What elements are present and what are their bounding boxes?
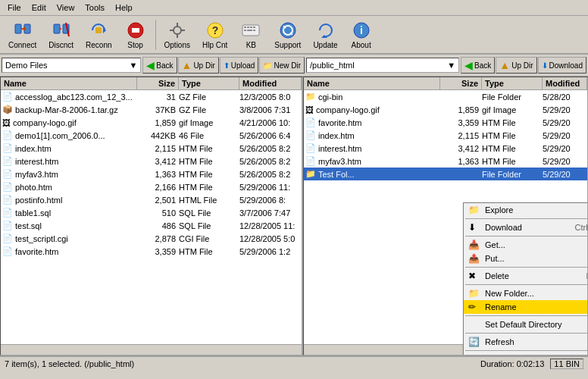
- menu-view[interactable]: View: [52, 2, 80, 14]
- left-file-row[interactable]: 📄 index.htm 2,115 HTM File 5/26/2005 8:2: [1, 142, 302, 155]
- left-file-header: Name Size Type Modified: [1, 77, 302, 90]
- toolbar-about[interactable]: i About: [345, 17, 378, 52]
- right-download-btn[interactable]: ⬇ Download: [538, 57, 586, 74]
- menu-edit[interactable]: Edit: [27, 2, 51, 14]
- right-header-type[interactable]: Type: [482, 77, 543, 89]
- right-file-name-5: 📄 myfav3.htm: [305, 156, 440, 166]
- left-file-size-6: 1,363: [137, 170, 179, 179]
- svg-rect-22: [250, 27, 252, 28]
- left-file-type-11: CGI File: [179, 234, 239, 243]
- left-file-row[interactable]: 📄 table1.sql 510 SQL File 3/7/2006 7:47: [1, 206, 302, 219]
- update-icon: [315, 20, 336, 41]
- left-newdir-icon: 📁: [263, 61, 272, 70]
- statusbar: 7 item(s), 1 selected. (/public_html) Du…: [0, 356, 588, 371]
- toolbar-stop[interactable]: Stop: [119, 17, 152, 52]
- right-file-row[interactable]: 🖼 company-logo.gif 1,859 gif Image 5/29/…: [304, 103, 587, 116]
- left-file-size-8: 2,501: [137, 196, 179, 205]
- ctx-item-rename[interactable]: ✏ Rename F2: [464, 300, 588, 314]
- ctx-item-explore[interactable]: 📁 Explore: [464, 203, 588, 217]
- toolbar-support[interactable]: Support: [269, 17, 306, 52]
- left-file-row[interactable]: 📄 accesslog_abc123.com_12_3... 31 GZ Fil…: [1, 90, 302, 103]
- left-file-icon-10: 📄: [2, 221, 13, 230]
- left-file-name-4: 📄 index.htm: [2, 143, 137, 153]
- right-file-modified-4: 5/29/20: [543, 144, 586, 153]
- menu-tools[interactable]: Tools: [80, 2, 109, 14]
- right-file-size-2: 3,359: [440, 118, 482, 127]
- left-newdir-btn[interactable]: 📁 New Dir: [259, 57, 305, 74]
- ctx-item-put[interactable]: 📤 Put...: [464, 252, 588, 265]
- left-back-btn[interactable]: ◀ Back: [142, 57, 177, 74]
- right-updir-icon: ▲: [499, 59, 510, 71]
- toolbar-reconnect[interactable]: Reconn: [80, 17, 117, 52]
- right-file-row[interactable]: 📁 cgi-bin File Folder 5/28/20: [304, 90, 587, 103]
- left-updir-btn[interactable]: ▲ Up Dir: [178, 57, 219, 74]
- left-file-type-8: HTML File: [179, 196, 239, 205]
- svg-text:i: i: [360, 24, 363, 36]
- toolbar-connect[interactable]: Connect: [3, 17, 42, 52]
- left-file-row[interactable]: 📄 test.sql 486 SQL File 12/28/2005 11:: [1, 219, 302, 232]
- left-file-modified-12: 5/29/2006 1:2: [239, 247, 300, 256]
- ctx-item-properties[interactable]: 🔧 Properties / CHMOD... Alt+Enter: [464, 352, 588, 356]
- toolbar-disconnect[interactable]: Discnct: [43, 17, 79, 52]
- left-address-combo[interactable]: Demo Files ▼: [2, 58, 141, 73]
- left-file-size-7: 2,166: [137, 183, 179, 192]
- right-back-btn[interactable]: ◀ Back: [461, 57, 495, 74]
- right-header-modified[interactable]: Modified: [543, 77, 587, 89]
- left-file-modified-7: 5/29/2006 11:: [239, 183, 300, 192]
- left-address-dropdown-icon: ▼: [129, 61, 137, 70]
- toolbar-kb[interactable]: KB: [234, 17, 267, 52]
- toolbar-update[interactable]: Update: [308, 17, 342, 52]
- left-file-row[interactable]: 📄 favorite.htm 3,359 HTM File 5/29/2006 …: [1, 245, 302, 258]
- left-file-row[interactable]: 📄 demo1[1].com_2006.0... 442KB 46 File 5…: [1, 129, 302, 142]
- left-file-row[interactable]: 📄 test_scriptl.cgi 2,878 CGI File 12/28/…: [1, 232, 302, 245]
- ctx-item-newfolder[interactable]: 📁 New Folder...: [464, 287, 588, 300]
- left-header-modified[interactable]: Modified: [239, 77, 302, 89]
- left-file-row[interactable]: 📄 postinfo.html 2,501 HTML File 5/29/200…: [1, 193, 302, 206]
- ctx-label-explore: Explore: [485, 205, 513, 215]
- svg-point-12: [174, 27, 181, 34]
- left-file-row[interactable]: 📦 backup-Mar-8-2006-1.tar.gz 37KB GZ Fil…: [1, 103, 302, 116]
- toolbar-hlpcnt[interactable]: ? Hlp Cnt: [197, 17, 233, 52]
- right-updir-btn[interactable]: ▲ Up Dir: [496, 57, 536, 74]
- left-file-row[interactable]: 📄 myfav3.htm 1,363 HTM File 5/26/2005 8:…: [1, 168, 302, 180]
- left-file-row[interactable]: 🖼 company-logo.gif 1,859 gif Image 4/21/…: [1, 116, 302, 129]
- left-header-name[interactable]: Name: [1, 77, 137, 89]
- left-file-row[interactable]: 📄 interest.htm 3,412 HTM File 5/26/2005 …: [1, 155, 302, 168]
- right-file-row[interactable]: 📄 favorite.htm 3,359 HTM File 5/29/20: [304, 116, 587, 129]
- left-file-row[interactable]: 📄 photo.htm 2,166 HTM File 5/29/2006 11:: [1, 180, 302, 193]
- svg-rect-23: [253, 27, 255, 28]
- ctx-item-refresh[interactable]: 🔄 Refresh F5: [464, 335, 588, 349]
- right-header-name[interactable]: Name: [304, 77, 440, 89]
- left-header-type[interactable]: Type: [179, 77, 239, 89]
- ctx-item-setdefault[interactable]: Set Default Directory: [464, 318, 588, 331]
- menu-file[interactable]: File: [3, 2, 26, 14]
- left-updir-icon: ▲: [182, 59, 192, 71]
- menubar: File Edit View Tools Help: [0, 0, 588, 16]
- left-file-name-5: 📄 interest.htm: [2, 156, 137, 166]
- right-file-row[interactable]: 📄 index.htm 2,115 HTM File 5/29/20: [304, 129, 587, 142]
- right-file-type-2: HTM File: [482, 118, 543, 127]
- menu-help[interactable]: Help: [111, 2, 137, 14]
- right-header-size[interactable]: Size: [440, 77, 482, 89]
- ctx-label-download: Download: [485, 223, 522, 232]
- ctx-item-get[interactable]: 📥 Get...: [464, 238, 588, 252]
- left-header-size[interactable]: Size: [137, 77, 179, 89]
- toolbar-options[interactable]: Options: [159, 17, 195, 52]
- right-file-row[interactable]: 📄 myfav3.htm 1,363 HTM File 5/29/20: [304, 155, 587, 168]
- options-label: Options: [164, 41, 190, 49]
- left-file-size-4: 2,115: [137, 144, 179, 153]
- svg-rect-0: [15, 24, 21, 33]
- left-file-icon-3: 📄: [2, 130, 13, 140]
- right-back-label: Back: [474, 61, 491, 70]
- right-file-modified-6: 5/29/20: [543, 170, 586, 179]
- left-scrollbar[interactable]: [1, 344, 302, 355]
- left-file-modified-11: 12/28/2005 5:0: [239, 234, 300, 243]
- right-file-row[interactable]: 📄 interest.htm 3,412 HTM File 5/29/20: [304, 142, 587, 155]
- ctx-item-download[interactable]: ⬇ Download Ctrl+D: [464, 221, 588, 234]
- right-file-modified-2: 5/29/20: [543, 118, 586, 127]
- ctx-item-delete[interactable]: ✖ Delete Del: [464, 269, 588, 283]
- ctx-sep-11: [465, 315, 588, 316]
- right-file-row[interactable]: 📁 Test Fol... File Folder 5/29/20: [304, 168, 587, 180]
- right-address-combo[interactable]: /public_html ▼: [306, 58, 459, 73]
- left-upload-btn[interactable]: ⬆ Upload: [220, 57, 259, 74]
